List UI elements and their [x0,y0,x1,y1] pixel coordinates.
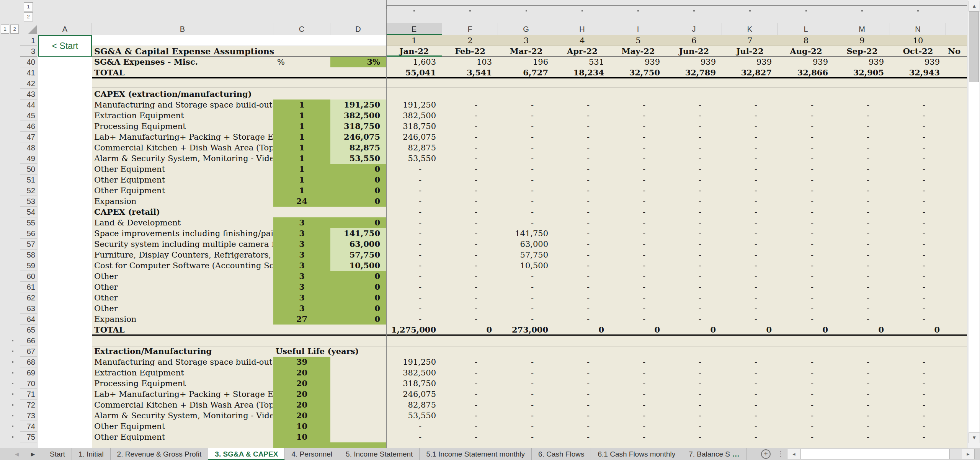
cell-J70[interactable]: - [666,378,701,389]
cell-N63[interactable]: - [890,303,925,314]
cell-I54[interactable]: - [610,207,645,217]
cell-E58[interactable]: - [386,250,421,260]
cell-C71[interactable]: 20 [273,389,330,400]
cell-C60[interactable]: 3 [273,271,330,282]
cell-H65[interactable]: 0 [554,325,604,335]
cell-L44[interactable]: - [778,100,813,110]
cell-B69[interactable]: Extraction Equipment [94,367,273,378]
cell-N51[interactable]: - [890,175,925,185]
cell-I72[interactable]: - [610,400,645,410]
cell-B40[interactable]: SG&A Expenses - Misc. [94,57,273,67]
cell-M71[interactable]: - [834,389,869,400]
cell-H69[interactable]: - [554,367,590,378]
column-header-C[interactable]: C [273,23,330,35]
cell-J55[interactable]: - [666,217,701,228]
cell-E46[interactable]: 318,750 [386,121,436,132]
cell-K60[interactable]: - [722,271,757,282]
cell-B60[interactable]: Other [94,271,273,282]
cell-N60[interactable]: - [890,271,925,282]
cell-M64[interactable]: - [834,314,869,325]
cell-J41[interactable]: 32,789 [666,67,716,78]
cell-K52[interactable]: - [722,185,757,196]
cell-C59[interactable]: 3 [273,260,330,271]
column-header-E[interactable]: E [386,23,442,35]
cell-G72[interactable]: - [498,400,534,410]
cell-B48[interactable]: Commercial Kitchen + Dish Wash Area (Top… [94,142,273,153]
cell-C63[interactable]: 3 [273,303,330,314]
cell-G51[interactable]: - [498,175,534,185]
cell-N52[interactable]: - [890,185,925,196]
period-number-cell[interactable]: 2 [442,35,498,46]
cell-G70[interactable]: - [498,378,534,389]
cell-C72[interactable]: 20 [273,400,330,410]
cell-F72[interactable]: - [442,400,477,410]
cell-D44[interactable]: 191,250 [330,100,380,110]
cell-J47[interactable]: - [666,132,701,142]
cell-F70[interactable]: - [442,378,477,389]
cell-E55[interactable]: - [386,217,421,228]
cell-F40[interactable]: 103 [442,57,492,67]
sheet-tab-3-sg-a-capex[interactable]: 3. SG&A & CAPEX [208,448,285,460]
row-header-47[interactable]: 47 [20,132,37,142]
cell-G63[interactable]: - [498,303,534,314]
cell-F49[interactable]: - [442,153,477,164]
cell-F45[interactable]: - [442,110,477,121]
scroll-left-icon[interactable]: ◂ [787,449,800,459]
cell-M50[interactable]: - [834,164,869,175]
cell-M41[interactable]: 32,905 [834,67,884,78]
cell-L60[interactable]: - [778,271,813,282]
cell-M68[interactable]: - [834,357,869,367]
cell-F60[interactable]: - [442,271,477,282]
cell-N41[interactable]: 32,943 [890,67,940,78]
cell-C48[interactable]: 1 [273,142,330,153]
cell-L64[interactable]: - [778,314,813,325]
cell-F41[interactable]: 3,541 [442,67,492,78]
row-header-75[interactable]: 75 [20,432,37,442]
row-header-54[interactable]: 54 [20,207,37,217]
cell-M69[interactable]: - [834,367,869,378]
cell-J44[interactable]: - [666,100,701,110]
cell-L71[interactable]: - [778,389,813,400]
cell-F47[interactable]: - [442,132,477,142]
cell-M45[interactable]: - [834,110,869,121]
cell-K74[interactable]: - [722,421,757,432]
column-header-L[interactable]: L [778,23,834,35]
cell-F58[interactable]: - [442,250,477,260]
cell-I44[interactable]: - [610,100,645,110]
cell-M61[interactable]: - [834,282,869,292]
cell-L75[interactable]: - [778,432,813,442]
row-header-63[interactable]: 63 [20,303,37,314]
cell-I47[interactable]: - [610,132,645,142]
cell-M40[interactable]: 939 [834,57,884,67]
cell-F73[interactable]: - [442,410,477,421]
cell-J48[interactable]: - [666,142,701,153]
cell-B74[interactable]: Other Equipment [94,421,273,432]
cell-B57[interactable]: Security system including multiple camer… [94,239,273,250]
cell-I62[interactable]: - [610,292,645,303]
cell-I46[interactable]: - [610,121,645,132]
cell-L70[interactable]: - [778,378,813,389]
cell-K73[interactable]: - [722,410,757,421]
sheet-tab-5-1-income-statement-monthly[interactable]: 5.1 Income Statement monthly [420,448,532,460]
cell-H74[interactable]: - [554,421,590,432]
sheet-tab-6-cash-flows[interactable]: 6. Cash Flows [532,448,591,460]
cell-H52[interactable]: - [554,185,590,196]
cell-B52[interactable]: Other Equipment [94,185,273,196]
cell-J60[interactable]: - [666,271,701,282]
cell-M70[interactable]: - [834,378,869,389]
cell-G52[interactable]: - [498,185,534,196]
cell-D59[interactable]: 10,500 [330,260,380,271]
cell-G53[interactable]: - [498,196,534,207]
row-header-59[interactable]: 59 [20,260,37,271]
cell-C67[interactable]: Useful Life (years) [276,346,386,357]
cell-K57[interactable]: - [722,239,757,250]
cell-B47[interactable]: Lab+ Manufacturing+ Packing + Storage Eq… [94,132,273,142]
cell-F46[interactable]: - [442,121,477,132]
row-header-3[interactable]: 3 [20,46,37,57]
month-header-cell[interactable]: Apr-22 [554,46,610,57]
cell-J72[interactable]: - [666,400,701,410]
cell-C70[interactable]: 20 [273,378,330,389]
sheet-tab-2-revenue-gross-profit[interactable]: 2. Revenue & Gross Profit [111,448,209,460]
cell-E61[interactable]: - [386,282,421,292]
cell-C62[interactable]: 3 [273,292,330,303]
